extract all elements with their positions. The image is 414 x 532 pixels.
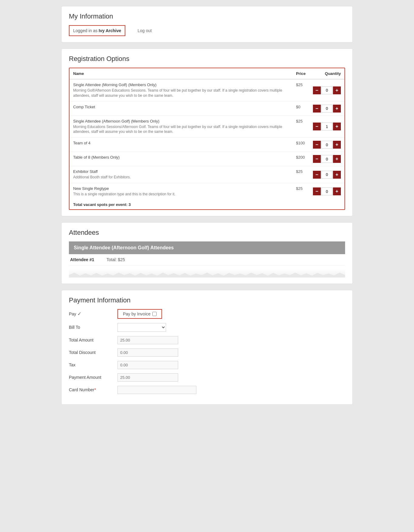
quantity-input[interactable] <box>321 141 332 149</box>
registration-table-wrapper: Name Price Quantity Single Attendee (Mor… <box>69 68 345 210</box>
increment-button[interactable]: + <box>333 105 341 113</box>
total-amount-input[interactable] <box>117 336 178 344</box>
quantity-input[interactable] <box>321 171 332 179</box>
payment-amount-label: Payment Amount <box>69 375 117 380</box>
table-row: Single Attendee (Morning Golf) (Members … <box>70 79 344 101</box>
decrement-button[interactable]: − <box>313 171 321 179</box>
decrement-button[interactable]: − <box>313 86 321 94</box>
table-row: Team of 4$100−+ <box>70 138 344 152</box>
decrement-button[interactable]: − <box>313 123 321 130</box>
quantity-control: −+ <box>313 105 341 113</box>
torn-paper-divider <box>69 268 345 278</box>
item-name-cell: Exhibitor StaffAdditional Booth staff fo… <box>70 166 292 183</box>
increment-button[interactable]: + <box>333 171 341 179</box>
bill-to-row: Bill To Option 1 Option 2 <box>69 323 345 332</box>
item-price: $25 <box>292 183 309 200</box>
increment-button[interactable]: + <box>333 123 341 130</box>
item-price: $25 <box>292 166 309 183</box>
item-qty-cell: −+ <box>309 116 344 138</box>
total-discount-input[interactable] <box>117 348 178 357</box>
decrement-button[interactable]: − <box>313 105 321 113</box>
total-amount-row: Total Amount <box>69 336 345 344</box>
item-name: New Single Regtype <box>73 186 289 191</box>
payment-amount-input[interactable] <box>117 373 178 382</box>
increment-button[interactable]: + <box>333 187 341 195</box>
bill-to-label: Bill To <box>69 325 117 330</box>
item-name-cell: Single Attendee (Morning Golf) (Members … <box>70 79 292 101</box>
logged-in-label: Logged in as <box>73 28 99 33</box>
item-name: Single Attendee (Afternoon Golf) (Member… <box>73 119 289 123</box>
item-name-cell: Table of 8 (Members Only) <box>70 152 292 166</box>
total-amount-label: Total Amount <box>69 338 117 342</box>
quantity-input[interactable] <box>321 123 332 130</box>
total-discount-label: Total Discount <box>69 350 117 355</box>
item-name-cell: Comp Ticket <box>70 101 292 116</box>
payment-info-title: Payment Information <box>69 296 345 304</box>
attendees-section-header: Single Attendee (Afternoon Golf) Attende… <box>69 241 345 254</box>
item-qty-cell: −+ <box>309 138 344 152</box>
decrement-button[interactable]: − <box>313 187 321 195</box>
item-name-cell: Team of 4 <box>70 138 292 152</box>
total-discount-row: Total Discount <box>69 348 345 357</box>
increment-button[interactable]: + <box>333 155 341 163</box>
pay-by-invoice-button[interactable]: Pay by Invoice <box>117 309 162 319</box>
item-name-cell: New Single RegtypeThis is a single regis… <box>70 183 292 200</box>
item-price: $25 <box>292 79 309 101</box>
quantity-control: −+ <box>313 187 341 195</box>
card-number-required: * <box>94 387 96 392</box>
item-qty-cell: −+ <box>309 79 344 101</box>
table-row: New Single RegtypeThis is a single regis… <box>70 183 344 200</box>
pay-row: Pay ✓ Pay by Invoice <box>69 309 345 319</box>
quantity-control: −+ <box>313 86 341 94</box>
item-description: This is a single registration type and t… <box>73 192 289 197</box>
table-row: Single Attendee (Afternoon Golf) (Member… <box>70 116 344 138</box>
pay-by-invoice-checkbox[interactable] <box>152 312 157 316</box>
tax-input[interactable] <box>117 361 178 369</box>
item-description: Additional Booth staff for Exhibitors. <box>73 175 289 180</box>
card-number-input[interactable] <box>117 386 196 394</box>
item-price: $0 <box>292 101 309 116</box>
col-name: Name <box>70 68 292 79</box>
card-number-label: Card Number* <box>69 387 117 392</box>
item-name: Exhibitor Staff <box>73 169 289 174</box>
logged-in-box: Logged in as Ivy Archive <box>69 25 125 36</box>
quantity-input[interactable] <box>321 187 332 195</box>
attendee-row: Attendee #1Total: $25 <box>69 254 345 265</box>
col-price: Price <box>292 68 309 79</box>
attendees-title: Attendees <box>69 229 345 237</box>
item-name-cell: Single Attendee (Afternoon Golf) (Member… <box>70 116 292 138</box>
increment-button[interactable]: + <box>333 86 341 94</box>
bill-to-select[interactable]: Option 1 Option 2 <box>117 323 166 332</box>
card-number-row: Card Number* <box>69 386 345 394</box>
decrement-button[interactable]: − <box>313 155 321 163</box>
pay-label: Pay ✓ <box>69 311 117 317</box>
logout-link[interactable]: Log out <box>137 28 152 33</box>
item-price: $200 <box>292 152 309 166</box>
pay-checkmark: ✓ <box>77 311 81 316</box>
vacant-spots: Total vacant spots per event: 3 <box>70 200 344 209</box>
quantity-input[interactable] <box>321 86 332 94</box>
quantity-control: −+ <box>313 155 341 163</box>
table-row: Exhibitor StaffAdditional Booth staff fo… <box>70 166 344 183</box>
item-name: Single Attendee (Morning Golf) (Members … <box>73 82 289 87</box>
user-name: Ivy Archive <box>99 28 121 33</box>
item-description: Morning Golf/Afternoon Educations Sessio… <box>73 88 289 98</box>
increment-button[interactable]: + <box>333 141 341 149</box>
pay-by-invoice-label: Pay by Invoice <box>123 311 151 316</box>
item-qty-cell: −+ <box>309 152 344 166</box>
item-description: Morning Educations Sessions/Afternoon Go… <box>73 124 289 135</box>
quantity-input[interactable] <box>321 155 332 163</box>
item-price: $100 <box>292 138 309 152</box>
item-name: Table of 8 (Members Only) <box>73 155 289 160</box>
table-row: Table of 8 (Members Only)$200−+ <box>70 152 344 166</box>
quantity-input[interactable] <box>321 105 332 113</box>
my-information-title: My Information <box>69 12 345 20</box>
quantity-control: −+ <box>313 171 341 179</box>
registration-options-title: Registration Options <box>69 55 345 63</box>
item-qty-cell: −+ <box>309 183 344 200</box>
quantity-control: −+ <box>313 141 341 149</box>
tax-row: Tax <box>69 361 345 369</box>
attendee-total: Total: $25 <box>107 257 125 262</box>
decrement-button[interactable]: − <box>313 141 321 149</box>
item-name: Team of 4 <box>73 141 289 145</box>
